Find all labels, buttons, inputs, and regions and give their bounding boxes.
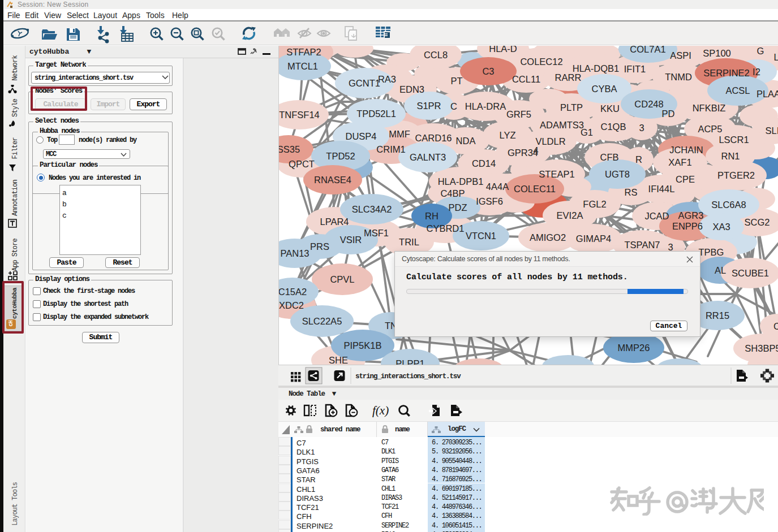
svg-text:CPE: CPE <box>676 174 695 184</box>
svg-text:ADAMTS3: ADAMTS3 <box>540 120 584 130</box>
svg-text:I2: I2 <box>753 67 760 77</box>
svg-text:PLPP1: PLPP1 <box>396 358 424 365</box>
svg-text:CD248: CD248 <box>634 99 663 109</box>
svg-text:S1PR: S1PR <box>416 101 441 111</box>
svg-text:PTGER2: PTGER2 <box>717 170 755 180</box>
svg-text:SLC34A2: SLC34A2 <box>352 204 392 214</box>
svg-text:SLC22A5: SLC22A5 <box>302 316 342 326</box>
svg-text:G: G <box>757 46 764 56</box>
svg-text:CPVL: CPVL <box>330 274 354 284</box>
svg-text:LSCR1: LSCR1 <box>719 135 749 145</box>
svg-text:MMF: MMF <box>389 129 410 139</box>
svg-text:C15A2: C15A2 <box>279 287 307 297</box>
svg-text:4: 4 <box>533 145 538 155</box>
svg-text:PAN13: PAN13 <box>280 248 309 258</box>
svg-text:SS35: SS35 <box>279 144 300 154</box>
svg-text:SLC6A8: SLC6A8 <box>711 200 746 210</box>
svg-text:C4BP: C4BP <box>440 188 465 198</box>
svg-text:AMIGO2: AMIGO2 <box>530 232 566 243</box>
svg-text:PLAA: PLAA <box>756 89 778 99</box>
svg-text:RN1: RN1 <box>721 151 740 161</box>
svg-text:PDZ: PDZ <box>449 202 467 213</box>
svg-text:TNMD: TNMD <box>665 72 692 82</box>
svg-text:ASPI: ASPI <box>670 50 691 60</box>
svg-text:PD: PD <box>662 109 675 119</box>
svg-text:4A4A: 4A4A <box>486 181 509 192</box>
svg-text:C3: C3 <box>482 66 494 76</box>
svg-text:PT: PT <box>450 76 462 86</box>
svg-text:CRIM1: CRIM1 <box>376 144 405 154</box>
svg-text:C: C <box>773 321 778 331</box>
svg-text:SCUBE1: SCUBE1 <box>732 268 769 278</box>
svg-text:IGSF6: IGSF6 <box>476 196 503 206</box>
svg-text:SCG2: SCG2 <box>745 217 770 227</box>
svg-text:CYBRD1: CYBRD1 <box>427 223 465 233</box>
svg-text:GCNT1: GCNT1 <box>349 78 380 88</box>
svg-text:JCHAIN: JCHAIN <box>669 145 703 155</box>
svg-text:UGT8: UGT8 <box>605 169 630 179</box>
svg-text:G1: G1 <box>581 127 593 137</box>
svg-text:string_interactions_short.tsv: string_interactions_short.tsv <box>355 373 461 380</box>
svg-text:MSF1: MSF1 <box>364 228 389 238</box>
svg-text:NDA: NDA <box>456 136 476 146</box>
svg-text:GIMAP4: GIMAP4 <box>576 233 611 244</box>
svg-text:SH3BP5: SH3BP5 <box>745 343 778 353</box>
svg-text:DUSP4: DUSP4 <box>345 131 376 141</box>
svg-text:COL7A1: COL7A1 <box>630 46 665 54</box>
svg-text:GALNT3: GALNT3 <box>410 152 446 162</box>
svg-text:VLDLR: VLDLR <box>535 136 565 146</box>
svg-text:SERPINE2: SERPINE2 <box>703 68 750 78</box>
svg-text:3: 3 <box>639 123 644 133</box>
svg-text:MMP26: MMP26 <box>618 343 650 353</box>
svg-text:XA3: XA3 <box>712 222 730 232</box>
svg-text:GRF5: GRF5 <box>506 109 531 119</box>
svg-text:CCL11: CCL11 <box>512 74 540 84</box>
svg-text:TRIL: TRIL <box>399 237 419 247</box>
svg-text:AGR3: AGR3 <box>678 210 704 220</box>
svg-text:RS: RS <box>625 187 638 197</box>
svg-text:ACSL: ACSL <box>725 85 750 96</box>
svg-text:SHE: SHE <box>329 355 348 365</box>
svg-text:COLEC11: COLEC11 <box>514 184 556 194</box>
svg-text:QPCT: QPCT <box>289 159 315 169</box>
svg-text:NFKBIZ: NFKBIZ <box>693 103 726 113</box>
svg-text:HLA-DQB1: HLA-DQB1 <box>573 63 620 73</box>
svg-text:RARR: RARR <box>555 72 582 83</box>
svg-text:C: C <box>450 101 457 111</box>
svg-text:JCAD: JCAD <box>644 211 669 221</box>
svg-text:TPD52: TPD52 <box>326 151 355 161</box>
svg-text:L: L <box>773 52 778 62</box>
svg-text:XAF1: XAF1 <box>668 157 691 167</box>
svg-text:TNFSF14: TNFSF14 <box>279 110 320 120</box>
svg-text:LYZ: LYZ <box>499 130 515 140</box>
svg-text:PLTP: PLTP <box>560 102 583 113</box>
svg-text:CYBA: CYBA <box>592 84 617 94</box>
svg-text:CD14: CD14 <box>472 158 496 168</box>
svg-text:MTCL1: MTCL1 <box>287 61 318 71</box>
svg-text:TPD52L1: TPD52L1 <box>356 109 396 119</box>
svg-text:RA3: RA3 <box>378 74 396 84</box>
svg-text:CARD16: CARD16 <box>415 133 452 143</box>
svg-text:R: R <box>635 154 642 165</box>
svg-text:SLI: SLI <box>766 126 778 136</box>
svg-text:PRS: PRS <box>310 241 329 252</box>
svg-text:RR15: RR15 <box>706 310 729 321</box>
svg-text:TPBG: TPBG <box>699 247 724 257</box>
svg-text:LPAR4: LPAR4 <box>320 217 349 227</box>
svg-text:COLEC12: COLEC12 <box>520 57 562 67</box>
svg-text:ACP5: ACP5 <box>698 124 722 134</box>
svg-text:SP100: SP100 <box>703 48 731 58</box>
svg-text:CCL8: CCL8 <box>424 50 448 60</box>
svg-text:HLA-D: HLA-D <box>489 46 517 54</box>
svg-text:AL: AL <box>715 265 726 275</box>
svg-text:PIP5K1B: PIP5K1B <box>344 340 382 351</box>
svg-text:IFIT1: IFIT1 <box>624 64 646 74</box>
svg-text:EDN3: EDN3 <box>399 84 424 94</box>
svg-text:VSIR: VSIR <box>340 235 362 245</box>
svg-text:XDC2: XDC2 <box>279 300 304 310</box>
svg-text:EVI2A: EVI2A <box>557 210 583 220</box>
svg-text:RH: RH <box>425 211 439 221</box>
svg-text:IFI44L: IFI44L <box>648 184 675 194</box>
svg-text:KKU: KKU <box>600 103 620 114</box>
svg-text:STEAP1: STEAP1 <box>539 169 574 179</box>
